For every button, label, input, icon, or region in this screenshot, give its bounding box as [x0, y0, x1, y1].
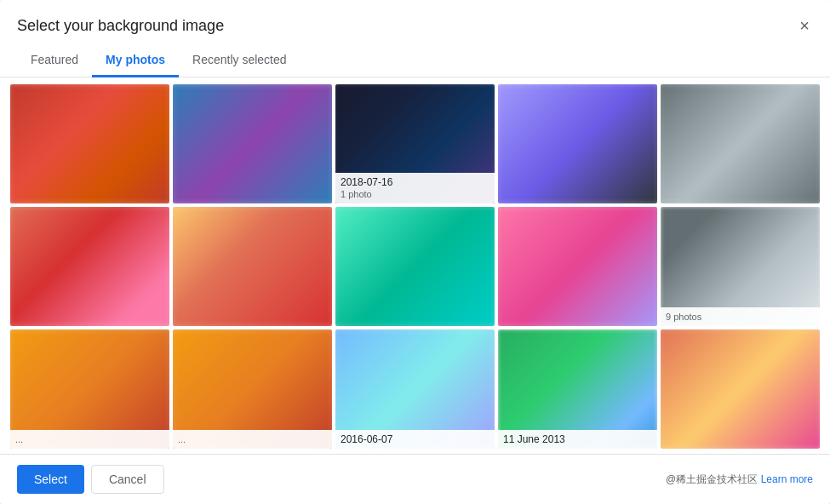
photo-thumbnail	[661, 329, 820, 449]
photo-item[interactable]: 2018-07-161 photo	[335, 84, 495, 203]
tab-featured[interactable]: Featured	[17, 44, 92, 77]
photo-item[interactable]: ...	[173, 329, 332, 449]
photo-label: 9 photos	[661, 307, 820, 326]
cancel-button[interactable]: Cancel	[91, 465, 164, 494]
photo-thumbnail	[498, 207, 657, 326]
photo-thumbnail	[173, 84, 332, 203]
photo-grid: 2018-07-161 photo9 photos......2016-06-0…	[10, 84, 820, 449]
photo-item[interactable]	[335, 207, 495, 326]
photo-thumbnail	[498, 84, 657, 203]
photo-item[interactable]	[10, 84, 169, 203]
photo-date: 2016-06-07	[341, 433, 489, 445]
photo-date: 11 June 2013	[503, 433, 652, 445]
photo-count: 9 photos	[666, 312, 701, 322]
photo-item[interactable]	[661, 84, 820, 203]
photo-label: 2018-07-161 photo	[335, 173, 495, 203]
tab-bar: Featured My photos Recently selected	[0, 44, 830, 77]
photo-label: ...	[10, 430, 169, 449]
tab-my-photos[interactable]: My photos	[92, 44, 179, 77]
dialog-title: Select your background image	[17, 17, 224, 35]
photo-thumbnail	[173, 207, 332, 326]
photo-item[interactable]: 2016-06-07	[335, 329, 495, 449]
photo-item[interactable]: 11 June 2013	[498, 329, 657, 449]
photo-date: 2018-07-16	[341, 176, 489, 188]
photo-label: 2016-06-07	[335, 430, 495, 449]
photo-thumbnail	[10, 207, 169, 326]
photo-item[interactable]	[498, 207, 657, 326]
photo-item[interactable]: ...	[10, 329, 169, 449]
photo-item[interactable]	[173, 84, 332, 203]
photo-label: 11 June 2013	[498, 430, 657, 449]
dialog-header: Select your background image ×	[0, 0, 830, 37]
brand-text: @稀土掘金技术社区	[666, 473, 758, 485]
photo-thumbnail	[661, 84, 820, 203]
photo-thumbnail	[335, 207, 495, 326]
photo-item[interactable]	[498, 84, 657, 203]
footer-brand: @稀土掘金技术社区 Learn more	[666, 472, 813, 487]
photo-item[interactable]	[661, 329, 820, 449]
photo-label: ...	[173, 430, 332, 449]
learn-more-link[interactable]: Learn more	[761, 473, 813, 485]
photo-grid-container: 2018-07-161 photo9 photos......2016-06-0…	[0, 77, 830, 454]
photo-count: 1 photo	[341, 189, 372, 199]
photo-item[interactable]	[10, 207, 169, 326]
photo-count: ...	[15, 434, 23, 444]
footer-buttons: Select Cancel	[17, 465, 164, 494]
background-image-dialog: Select your background image × Featured …	[0, 0, 830, 504]
photo-count: ...	[178, 434, 186, 444]
select-button[interactable]: Select	[17, 465, 84, 494]
dialog-footer: Select Cancel @稀土掘金技术社区 Learn more	[0, 454, 830, 504]
close-button[interactable]: ×	[796, 14, 813, 37]
photo-thumbnail	[10, 84, 169, 203]
photo-item[interactable]: 9 photos	[661, 207, 820, 326]
photo-item[interactable]	[173, 207, 332, 326]
tab-recently-selected[interactable]: Recently selected	[179, 44, 301, 77]
